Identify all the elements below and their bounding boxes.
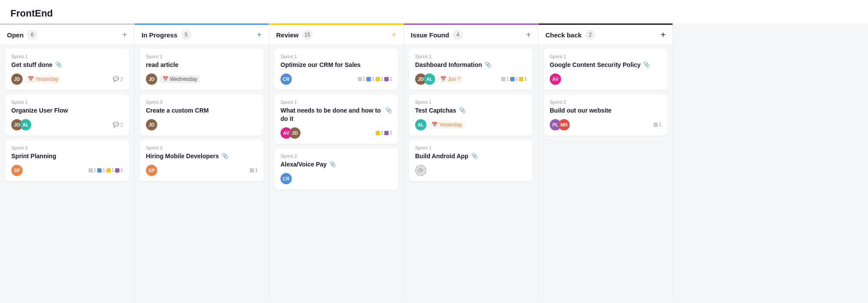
card-sprint: Sprint 1 bbox=[281, 54, 392, 59]
card[interactable]: Sprint 1Test Captchas📎AL📅 Yesterday bbox=[409, 94, 533, 136]
card-title-row: Dashboard Information📎 bbox=[415, 61, 527, 73]
column-open: Open6+Sprint 1Get stuff done📎JD📅 Yesterd… bbox=[0, 23, 135, 300]
dot-gray bbox=[89, 168, 93, 173]
card[interactable]: Sprint 1Optimize our CRM for SalesCR1111 bbox=[274, 49, 398, 90]
column-count: 15 bbox=[302, 30, 313, 40]
card[interactable]: Sprint 1read articleJD📅 Wednesday bbox=[140, 49, 264, 90]
card[interactable]: Sprint 2Build out our websitePLMR1 bbox=[544, 94, 667, 136]
tag-dots: 1111 bbox=[89, 168, 123, 173]
column-cards: Sprint 1Optimize our CRM for SalesCR1111… bbox=[269, 44, 403, 300]
dot-yellow bbox=[376, 131, 380, 135]
date-badge: 📅 Jun 7 bbox=[438, 75, 463, 83]
card-sprint: Sprint 3 bbox=[146, 100, 257, 105]
column-title: Review bbox=[276, 31, 299, 39]
card-title: Sprint Planning bbox=[11, 152, 56, 160]
card[interactable]: Sprint 3Hiring Mobile Developers📎SP1 bbox=[140, 140, 264, 181]
card-footer: AV bbox=[550, 73, 661, 85]
column-count: 4 bbox=[452, 30, 463, 40]
card-sprint: Sprint 2 bbox=[11, 145, 123, 150]
tag-dots: 1 bbox=[250, 168, 257, 173]
column-bar bbox=[538, 23, 673, 25]
column-add-button[interactable]: + bbox=[526, 30, 531, 39]
calendar-icon: 📅 bbox=[440, 76, 446, 82]
column-inprogress: In Progress5+Sprint 1read articleJD📅 Wed… bbox=[135, 23, 269, 300]
dot-purple bbox=[384, 77, 389, 81]
card-title-row: Get stuff done📎 bbox=[11, 61, 123, 73]
card[interactable]: Sprint 1Dashboard Information📎JDAL📅 Jun … bbox=[409, 49, 533, 90]
column-add-button[interactable]: + bbox=[391, 30, 396, 39]
tag-dot: 1 bbox=[376, 130, 383, 135]
card-sprint: Sprint 1 bbox=[550, 54, 661, 59]
avatar: JD bbox=[11, 73, 23, 85]
card-title: Build out our website bbox=[550, 107, 611, 115]
column-add-button[interactable]: + bbox=[122, 30, 127, 39]
card-footer: CR1111 bbox=[281, 73, 392, 85]
card-title: Hiring Mobile Developers bbox=[146, 152, 219, 160]
avatar: AL bbox=[20, 119, 31, 130]
card-title-row: read article bbox=[146, 61, 257, 73]
avatar-group: PLMR bbox=[550, 119, 570, 130]
avatar: AL bbox=[415, 119, 426, 130]
card-title-row: Test Captchas📎 bbox=[415, 107, 527, 119]
card-title: read article bbox=[146, 61, 178, 69]
card[interactable]: Sprint 3Create a custom CRMJD bbox=[140, 94, 264, 136]
column-cards: Sprint 1Google Content Security Policy📎A… bbox=[538, 44, 673, 300]
column-add-button[interactable]: + bbox=[660, 30, 666, 39]
dot-blue bbox=[97, 168, 102, 173]
tag-dots: 1 bbox=[653, 122, 661, 127]
dot-purple bbox=[115, 168, 119, 173]
column-bar bbox=[135, 23, 269, 25]
card-title: Build Android App bbox=[415, 152, 469, 160]
column-issuefound: Issue Found4+Sprint 1Dashboard Informati… bbox=[404, 23, 538, 300]
column-title: Open bbox=[7, 31, 23, 39]
column-header-review: Review15+ bbox=[269, 23, 403, 44]
card[interactable]: Sprint 1Organize User FlowJDAL💬 2 bbox=[5, 94, 129, 136]
tag-dot: 1 bbox=[384, 130, 392, 135]
card-footer: CR bbox=[281, 173, 392, 184]
dot-gray bbox=[250, 168, 254, 173]
dot-blue bbox=[366, 77, 371, 81]
card-footer: AL📅 Yesterday bbox=[415, 119, 527, 130]
tag-dot: 1 bbox=[358, 77, 366, 81]
avatar: JD bbox=[289, 127, 300, 139]
column-header-checkback: Check back2+ bbox=[538, 23, 673, 44]
avatar: AV bbox=[550, 73, 561, 85]
dot-gray bbox=[358, 77, 362, 81]
card-title: Dashboard Information bbox=[415, 61, 482, 69]
card[interactable]: Sprint 2Sprint PlanningSP1111 bbox=[5, 140, 129, 181]
card-title-row: Organize User Flow bbox=[11, 107, 123, 119]
column-cards: Sprint 1Dashboard Information📎JDAL📅 Jun … bbox=[404, 44, 538, 300]
column-header-issuefound: Issue Found4+ bbox=[404, 23, 538, 44]
card[interactable]: Sprint 1Google Content Security Policy📎A… bbox=[544, 49, 667, 90]
card-footer: AVJD11 bbox=[281, 127, 392, 139]
card-title-row: Optimize our CRM for Sales bbox=[281, 61, 392, 73]
card-sprint: Sprint 1 bbox=[415, 100, 527, 105]
tag-dots: 111 bbox=[501, 77, 527, 81]
card[interactable]: Sprint 1What needs to be done and how to… bbox=[274, 94, 398, 144]
card[interactable]: Sprint 1Get stuff done📎JD📅 Yesterday💬 2 bbox=[5, 49, 129, 90]
card-sprint: Sprint 1 bbox=[146, 54, 257, 59]
column-cards: Sprint 1read articleJD📅 WednesdaySprint … bbox=[135, 44, 269, 300]
calendar-icon: 📅 bbox=[28, 76, 34, 82]
column-title: In Progress bbox=[142, 31, 178, 39]
attachment-icon: 📎 bbox=[485, 61, 492, 68]
column-count: 2 bbox=[585, 30, 595, 40]
tag-dot: 1 bbox=[376, 77, 383, 81]
column-bar bbox=[269, 23, 403, 25]
avatar-group: AL bbox=[415, 119, 426, 130]
page-header: FrontEnd bbox=[0, 0, 868, 23]
attachment-icon: 📎 bbox=[643, 61, 650, 68]
card-title: Create a custom CRM bbox=[146, 107, 209, 115]
column-title: Check back bbox=[545, 31, 581, 39]
dot-blue bbox=[510, 77, 515, 81]
card-sprint: Sprint 1 bbox=[415, 145, 527, 150]
avatar-group: JDAL bbox=[11, 119, 31, 130]
card[interactable]: Sprint 1Build Android App📎⟳ bbox=[409, 140, 533, 181]
avatar-group: CR bbox=[281, 73, 292, 85]
tag-dots: 11 bbox=[376, 130, 392, 135]
card[interactable]: Sprint 2Alexa/Voice Pay📎CR bbox=[274, 148, 398, 190]
avatar-group: JDAL bbox=[415, 73, 435, 85]
column-header-open: Open6+ bbox=[0, 23, 134, 44]
column-add-button[interactable]: + bbox=[257, 30, 262, 39]
avatar: MR bbox=[558, 119, 570, 130]
